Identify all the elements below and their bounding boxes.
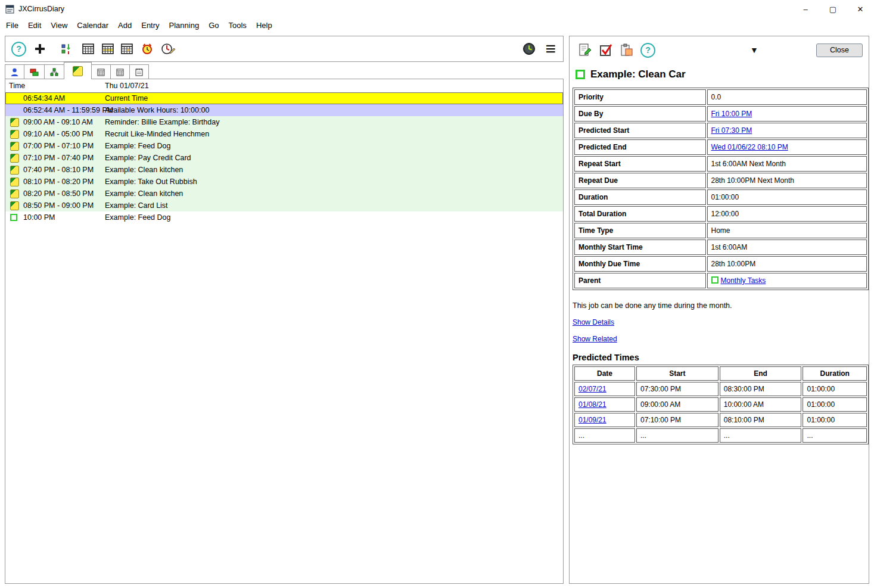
day-view-icon[interactable] (120, 42, 133, 55)
property-value: 0.0 (707, 89, 867, 105)
property-value-link[interactable]: Fri 10:00 PM (711, 110, 752, 118)
predicted-date: 01/09/21 (574, 413, 635, 427)
schedule-row-task[interactable]: 09:10 AM - 05:00 PMRecruit Like-Minded H… (5, 128, 563, 140)
task-note-icon (10, 142, 19, 151)
row-icon-slot (10, 214, 23, 221)
property-row: Due ByFri 10:00 PM (574, 106, 867, 122)
menu-add[interactable]: Add (113, 18, 136, 33)
show-related-link[interactable]: Show Related (573, 335, 617, 343)
predicted-duration: 01:00:00 (803, 397, 867, 412)
schedule-row-todo[interactable]: 10:00 PMExample: Feed Dog (5, 211, 563, 223)
property-row: Repeat Due28th 10:00PM Next Month (574, 173, 867, 188)
predicted-times-header: Date Start End Duration (574, 366, 867, 381)
schedule-header: Time Thu 01/07/21 (5, 79, 563, 92)
menu-view[interactable]: View (46, 18, 72, 33)
tab-projects[interactable] (44, 64, 64, 79)
copy-entry-icon[interactable] (620, 43, 634, 57)
property-value: 12:00:00 (707, 206, 867, 222)
property-value: Fri 07:30 PM (707, 123, 867, 138)
minimize-button[interactable]: – (792, 0, 819, 18)
tab-notes[interactable] (129, 64, 149, 79)
predicted-time-row: ............ (574, 428, 867, 443)
task-note-icon (10, 118, 19, 127)
show-details-link[interactable]: Show Details (573, 318, 614, 326)
schedule-row-task[interactable]: 08:20 PM - 08:50 PMExample: Clean kitche… (5, 188, 563, 200)
menu-file[interactable]: File (1, 18, 23, 33)
edit-entry-icon[interactable] (578, 43, 592, 57)
properties-table: Priority0.0Due ByFri 10:00 PMPredicted S… (573, 88, 869, 290)
predicted-times-title: Predicted Times (573, 353, 869, 362)
row-description: Current Time (105, 94, 563, 102)
tab-month-plan[interactable] (110, 64, 130, 79)
row-description: Recruit Like-Minded Henchmen (105, 130, 563, 138)
menu-help[interactable]: Help (251, 18, 277, 33)
menu-planning[interactable]: Planning (164, 18, 204, 33)
schedule-row-task[interactable]: 07:00 PM - 07:10 PMExample: Feed Dog (5, 140, 563, 152)
collapse-icon[interactable]: ▼ (750, 45, 758, 55)
row-time: 09:10 AM - 05:00 PM (23, 130, 105, 138)
row-icon-slot (10, 154, 23, 163)
schedule-row-current[interactable]: 06:54:34 AMCurrent Time (5, 92, 563, 104)
properties-table-body: Priority0.0Due ByFri 10:00 PMPredicted S… (574, 89, 867, 288)
predicted-date-link[interactable]: 01/08/21 (578, 400, 606, 409)
week-view-icon[interactable] (101, 42, 114, 55)
diary-panel: ? (5, 36, 564, 584)
row-time: 08:20 PM - 08:50 PM (23, 189, 105, 198)
month-view-icon[interactable] (82, 42, 95, 55)
view-tab-strip (5, 62, 564, 79)
tab-tasks[interactable] (24, 64, 45, 79)
row-description: Example: Feed Dog (105, 142, 563, 150)
tab-contacts[interactable] (5, 64, 24, 79)
schedule-row-hours[interactable]: 06:52:44 AM - 11:59:59 PMAvailable Work … (5, 104, 563, 116)
schedule-row-task[interactable]: 08:50 PM - 09:00 PMExample: Card List (5, 200, 563, 211)
predicted-date: 02/07/21 (574, 382, 635, 396)
import-calendar-icon[interactable] (61, 42, 73, 55)
menu-tools[interactable]: Tools (224, 18, 251, 33)
clock-icon[interactable] (522, 42, 536, 55)
property-row: Monthly Due Time28th 10:00PM (574, 256, 867, 272)
schedule-row-task[interactable]: 07:10 PM - 07:40 PMExample: Pay Credit C… (5, 152, 563, 164)
help-icon[interactable]: ? (640, 43, 655, 58)
menu-go[interactable]: Go (204, 18, 223, 33)
predicted-date: ... (574, 428, 635, 443)
app-logo-icon (5, 5, 14, 14)
set-time-icon[interactable] (161, 42, 176, 55)
close-window-button[interactable]: ✕ (847, 0, 874, 18)
predicted-times-body: 02/07/2107:30:00 PM08:30:00 PM01:00:0001… (574, 382, 867, 443)
schedule-row-task[interactable]: 08:10 PM - 08:20 PMExample: Take Out Rub… (5, 176, 563, 188)
schedule-row-task[interactable]: 07:40 PM - 08:10 PMExample: Clean kitche… (5, 164, 563, 176)
complete-entry-icon[interactable] (599, 43, 613, 57)
task-note-icon (10, 130, 19, 139)
row-description: Example: Clean kitchen (105, 189, 563, 198)
note-icon (73, 66, 83, 76)
notepad-icon (135, 68, 143, 76)
predicted-date-link[interactable]: 02/07/21 (578, 385, 606, 393)
schedule-row-task[interactable]: 09:00 AM - 09:10 AMReminder: Billie Exam… (5, 116, 563, 128)
predicted-start: 07:10:00 PM (636, 413, 719, 427)
menu-icon[interactable]: ≡ (545, 43, 556, 55)
tab-week-plan[interactable] (91, 64, 111, 79)
menu-calendar[interactable]: Calendar (72, 18, 113, 33)
predicted-date-link[interactable]: 01/09/21 (578, 416, 606, 424)
column-header-date[interactable]: Thu 01/07/21 (105, 82, 149, 90)
property-value-link[interactable]: Monthly Tasks (721, 276, 766, 285)
close-button[interactable]: Close (816, 43, 863, 57)
row-time: 08:50 PM - 09:00 PM (23, 201, 105, 210)
column-header-time[interactable]: Time (5, 82, 105, 90)
property-value-link[interactable]: Wed 01/06/22 08:10 PM (711, 143, 788, 151)
property-row: Total Duration12:00:00 (574, 206, 867, 222)
task-square-icon (711, 276, 719, 284)
row-icon-slot (10, 189, 23, 198)
tab-day-plan[interactable] (64, 62, 92, 79)
menu-edit[interactable]: Edit (23, 18, 46, 33)
maximize-button[interactable]: ▢ (819, 0, 847, 18)
property-value-link[interactable]: Fri 07:30 PM (711, 126, 752, 135)
menu-entry[interactable]: Entry (136, 18, 164, 33)
entry-title: Example: Clean Car (590, 69, 686, 80)
help-icon[interactable]: ? (11, 42, 26, 57)
menu-bar: FileEditViewCalendarAddEntryPlanningGoTo… (0, 18, 874, 33)
alarm-icon[interactable] (141, 42, 154, 55)
window-title: JXCirrusDiary (18, 5, 64, 13)
entry-title-row: Example: Clean Car (570, 61, 869, 83)
add-entry-icon[interactable] (33, 42, 46, 55)
